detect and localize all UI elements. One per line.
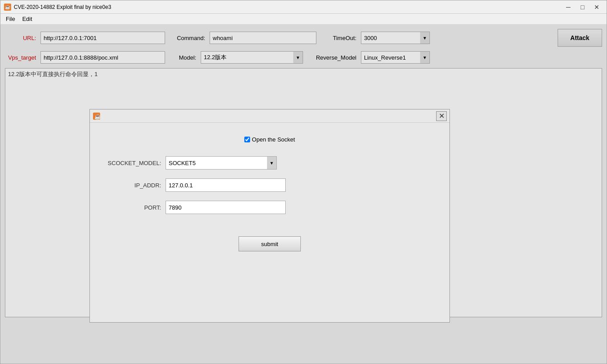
window-controls: ─ □ ✕ [562,3,603,12]
modal-app-icon: ☕ [93,112,101,120]
title-bar: ☕ CVE-2020-14882 Exploit final by nice0e… [0,0,607,14]
port-input[interactable] [166,201,286,214]
modal-body: Open the Socket SCOCKET_MODEL: ▼ IP_ADDR [90,123,449,322]
main-content: URL: Command: TimeOut: ▼ Attack Vps_targ… [0,24,607,364]
socket-model-select-wrapper: ▼ [166,156,277,170]
menu-file[interactable]: File [2,15,19,23]
maximize-button[interactable]: □ [576,3,589,12]
window-title: CVE-2020-14882 Exploit final by nice0e3 [14,4,562,10]
modal-submit-row: submit [108,236,432,251]
port-row: PORT: [108,201,432,214]
modal-title-bar: ☕ ✕ [90,109,449,123]
open-socket-label[interactable]: Open the Socket [244,136,295,143]
app-icon: ☕ [4,4,11,11]
port-label: PORT: [108,204,161,211]
modal-close-button[interactable]: ✕ [436,111,447,121]
socket-dialog: ☕ ✕ Open the Socket [89,109,450,323]
svg-text:☕: ☕ [94,113,100,120]
socket-model-input[interactable] [166,156,277,170]
ip-addr-label: IP_ADDR: [108,182,161,189]
minimize-button[interactable]: ─ [562,3,575,12]
menu-edit[interactable]: Edit [19,15,36,23]
socket-model-label: SCOCKET_MODEL: [108,160,161,166]
submit-button[interactable]: submit [239,236,301,251]
ip-addr-input[interactable] [166,178,286,192]
socket-model-row: SCOCKET_MODEL: ▼ [108,156,432,170]
open-socket-text: Open the Socket [252,136,295,143]
menu-bar: File Edit [0,14,607,24]
modal-overlay: ☕ ✕ Open the Socket [0,24,607,364]
open-socket-checkbox[interactable] [244,137,250,142]
main-window: ☕ CVE-2020-14882 Exploit final by nice0e… [0,0,607,364]
ip-addr-row: IP_ADDR: [108,178,432,192]
open-socket-row: Open the Socket [108,136,432,143]
window-close-button[interactable]: ✕ [591,3,603,12]
